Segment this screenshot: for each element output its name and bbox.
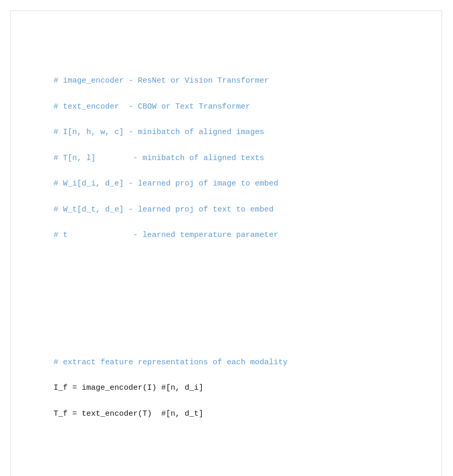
code-block: # image_encoder - ResNet or Vision Trans… [25,23,427,476]
comment-Wi: # W_i[d_i, d_e] - learned proj of image … [54,179,278,188]
comment-T: # T[n, l] - minibatch of aligned texts [54,154,264,163]
main-container: # image_encoder - ResNet or Vision Trans… [10,10,442,476]
comment-text-encoder: # text_encoder - CBOW or Text Transforme… [54,102,250,111]
section-feature-extraction: # extract feature representations of eac… [25,343,427,433]
comment-extract-features: # extract feature representations of eac… [54,358,288,367]
comment-Wt: # W_t[d_t, d_e] - learned proj of text t… [54,205,274,214]
comment-I: # I[n, h, w, c] - minibatch of aligned i… [54,128,264,137]
comment-t: # t - learned temperature parameter [54,231,278,240]
blank-2 [25,474,427,477]
code-If: I_f = image_encoder(I) #[n, d_i] [54,384,203,392]
blank-1 [25,296,427,305]
section-params: # image_encoder - ResNet or Vision Trans… [25,62,427,255]
comment-image-encoder: # image_encoder - ResNet or Vision Trans… [54,76,269,85]
code-Tf: T_f = text_encoder(T) #[n, d_t] [54,409,203,418]
